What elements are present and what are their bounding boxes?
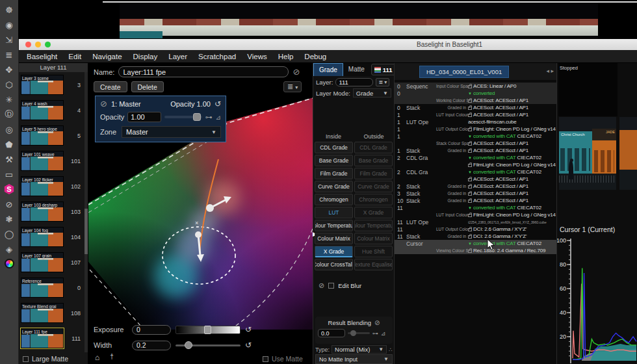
menu-edit[interactable]: Edit	[68, 53, 81, 60]
layer-list-scrollbar[interactable]	[84, 72, 88, 352]
layer-item[interactable]: Layer 103 desharp103	[19, 199, 84, 224]
width-slider-thumb[interactable]	[185, 341, 192, 349]
close-traffic-light[interactable]	[25, 42, 31, 47]
inside-op-lut[interactable]: LUT	[315, 207, 353, 218]
opacity-slider-thumb[interactable]	[193, 113, 201, 121]
sequence-tab[interactable]: HD_034_0000_EL01_V001	[419, 66, 509, 78]
blend-slider-thumb[interactable]	[350, 330, 356, 336]
colour-space-row[interactable]: 10StackGraded inACEScct: ACEScct / AP1	[395, 197, 556, 204]
controller-icon[interactable]: ◈	[2, 242, 16, 256]
shotgrid-icon[interactable]: S	[4, 184, 14, 194]
layer-mode-select[interactable]: Grade▼	[353, 88, 391, 98]
list-options-button[interactable]: ≣ ▾	[283, 81, 302, 92]
colour-space-row[interactable]: Viewing Colour SpaceRec.1886: 2.4 Gamma …	[395, 247, 556, 254]
colour-space-row[interactable]: 2CDL Gra▼converted with CATCIECAT02	[395, 168, 556, 176]
outside-op-film-grade[interactable]: Film Grade	[354, 168, 393, 179]
colour-space-row[interactable]: 11LUT Opet2254_2383_061713_srv60lr_bmod_…	[395, 218, 556, 226]
outside-op-x-grade[interactable]: X Grade	[354, 207, 393, 218]
layer-item[interactable]: Layer 111 fpe111	[19, 326, 84, 351]
inside-op-colour-temperature[interactable]: Colour Temperature	[315, 220, 353, 231]
layer-name-input[interactable]	[118, 66, 289, 77]
tab-matte[interactable]: Matte	[343, 63, 370, 76]
colour-space-row[interactable]: FilmLight: Cineon PD Log / GNeg v14	[395, 161, 556, 168]
exposure-slider-thumb[interactable]	[204, 326, 211, 334]
inside-op-colour-matrix[interactable]: Colour Matrix	[315, 233, 353, 244]
colour-space-row[interactable]: 11LUT Output Colour SpaceDCI: 2.6 Gamma …	[395, 226, 556, 233]
colour-space-row[interactable]: 0SequencInput Colour SpaceACES: Linear /…	[395, 83, 556, 90]
delete-button[interactable]: Delete	[131, 81, 164, 92]
scrollbar-thumb[interactable]	[84, 209, 88, 254]
colour-space-row[interactable]: 1▼converted with CATCIECAT02	[395, 133, 556, 140]
outside-op-hue-shift[interactable]: Hue Shift	[354, 246, 393, 257]
layer-item[interactable]: Layer 5 hero slope5	[19, 123, 84, 148]
menu-debug[interactable]: Debug	[304, 53, 326, 60]
inside-op-cdl-grade[interactable]: CDL Grade	[315, 142, 353, 153]
layer-item[interactable]: Layer 104 fog104	[19, 224, 84, 250]
inside-op-base-grade[interactable]: Base Grade	[315, 155, 353, 166]
zoom-traffic-light[interactable]	[45, 42, 51, 47]
tab-grade[interactable]: Grade	[313, 63, 343, 76]
menu-scratchpad[interactable]: Scratchpad	[198, 53, 236, 60]
letter-d-icon[interactable]: Ⓓ	[2, 107, 16, 122]
tab-scroll-arrows[interactable]: ◂ ▸	[546, 68, 554, 74]
inside-op-film-grade[interactable]: Film Grade	[315, 168, 353, 179]
blend-slider[interactable]	[348, 332, 370, 334]
menu-display[interactable]: Display	[133, 53, 158, 60]
minimize-traffic-light[interactable]	[35, 42, 41, 47]
colour-space-row[interactable]: 2CDL Gra▼converted with CATCIECAT02	[395, 154, 556, 161]
blend-bypass-icon[interactable]: ⊘	[374, 319, 380, 326]
layer-item[interactable]: Texture Blend grai108	[19, 300, 84, 326]
transform-icon[interactable]: ⇲	[2, 32, 16, 47]
steering-wheel-icon[interactable]: ☸	[2, 3, 16, 17]
colour-space-row[interactable]: 0StackGraded inACEScct: ACEScct / AP1	[395, 104, 556, 111]
fan-icon[interactable]: ❃	[2, 212, 16, 226]
blend-type-select[interactable]: Normal (Mix)▼	[332, 345, 387, 354]
inside-op-x-grade[interactable]: X Grade	[315, 246, 353, 257]
inside-op-curve-grade[interactable]: Curve Grade	[315, 181, 353, 192]
outside-op-colour-matrix[interactable]: Colour Matrix	[354, 233, 393, 244]
colour-space-row[interactable]: 0▼converted	[395, 90, 556, 97]
colour-space-row[interactable]: Working Colour SpaceACEScct: ACEScct / A…	[395, 97, 556, 104]
colour-space-row[interactable]: LUT Input Colour SpaceFilmLight: Cineon …	[395, 211, 556, 218]
create-button[interactable]: Create	[94, 81, 127, 92]
exposure-input[interactable]	[132, 325, 171, 335]
width-slider[interactable]	[176, 344, 240, 346]
blend-curve-icon[interactable]: ⊿	[381, 330, 386, 337]
width-reset-icon[interactable]: ↺	[245, 341, 252, 350]
window-titlebar[interactable]: Baselight in Baselight1	[19, 39, 637, 50]
menu-help[interactable]: Help	[278, 53, 294, 60]
home-icon[interactable]: ⌂	[95, 353, 99, 362]
menu-views[interactable]: Views	[247, 53, 266, 60]
layer-options-button[interactable]: ≣ ▾	[376, 78, 389, 86]
outside-op-chromogen[interactable]: Chromogen	[354, 194, 393, 205]
move-icon[interactable]: ✥	[2, 62, 16, 77]
inside-op-chromogen[interactable]: Chromogen	[315, 194, 353, 205]
colour-space-row[interactable]: 11StackGraded inDCI: 2.6 Gamma / X'Y'Z'	[395, 233, 556, 240]
master-layer-panel[interactable]: ⊘ 1: Master Opacity 1.00 ↺ Opacity ⊶ ⊿ Z…	[95, 96, 226, 142]
reset-icon[interactable]: ↺	[214, 99, 221, 109]
use-matte-checkbox[interactable]	[263, 356, 268, 362]
cube-icon[interactable]: ⬡	[2, 77, 16, 92]
outside-op-base-grade[interactable]: Base Grade	[354, 155, 393, 166]
keyframe-icon[interactable]: ⊶	[205, 113, 213, 122]
pin-icon[interactable]: †	[110, 353, 114, 362]
outside-op-colour-temperature[interactable]: Colour Temperature	[354, 220, 393, 231]
slash-icon[interactable]: ⊘	[2, 197, 16, 211]
inside-op-colour-crosstalk[interactable]: Colour CrossTalk	[315, 259, 353, 270]
curve-editor-icon[interactable]: ⊿	[216, 114, 221, 121]
cursor-thumbnail[interactable]: Christ Church JADE	[559, 117, 616, 190]
outside-op-cdl-grade[interactable]: CDL Grade	[354, 142, 393, 153]
layer-item[interactable]: Layer 107 grain107	[19, 250, 84, 275]
layers-icon[interactable]: ≣	[2, 47, 16, 62]
outside-op-curve-grade[interactable]: Curve Grade	[354, 181, 393, 192]
blend-keyframe-icon[interactable]: ⊶	[372, 330, 378, 337]
matte-input-select[interactable]: No Matte Input▼	[315, 354, 393, 364]
layer-item[interactable]: Layer 101 weave101	[19, 148, 84, 174]
opacity-input[interactable]	[127, 112, 161, 122]
menu-baselight[interactable]: Baselight	[27, 53, 57, 60]
layer-item[interactable]: Reference0	[19, 275, 84, 300]
sparkle-icon[interactable]: ✳	[2, 92, 16, 107]
layer-item[interactable]: Layer 3 scene3	[19, 72, 84, 98]
exposure-reset-icon[interactable]: ↺	[245, 325, 252, 334]
colour-space-row[interactable]: Cursor▼converted with CATCIECAT02	[395, 240, 556, 247]
